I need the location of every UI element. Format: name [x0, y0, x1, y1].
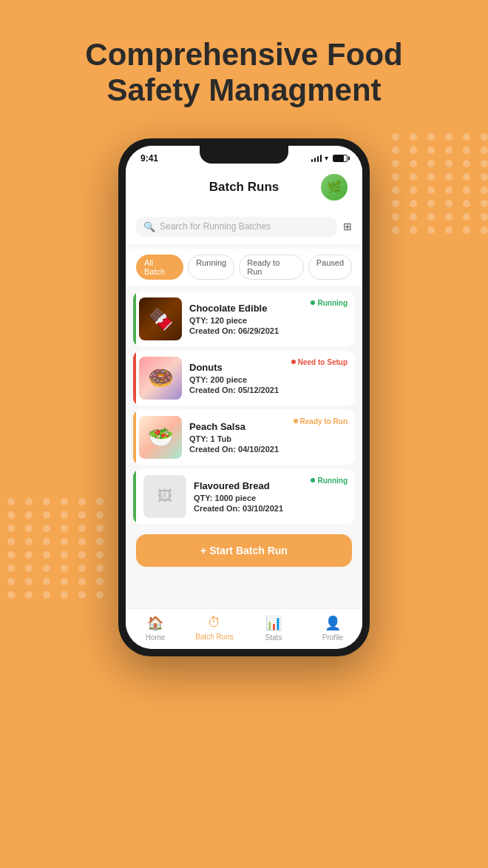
app-content[interactable]: 🔍 Search for Running Batches ⊞ All Batch…: [126, 209, 362, 608]
batch-item-donuts[interactable]: Donuts QTY: 200 piece Created On: 05/12/…: [133, 351, 355, 406]
batch-qty: QTY: 120 piece: [189, 316, 349, 325]
bottom-nav: 🏠 Home ⏱ Batch Runs 📊 Stats 👤 Profile: [126, 608, 362, 649]
status-dot: [294, 419, 298, 423]
status-icons: ▾: [311, 154, 348, 162]
batch-border: [133, 292, 136, 346]
nav-stats-label: Stats: [265, 633, 282, 642]
tab-paused[interactable]: Paused: [308, 255, 352, 280]
profile-icon: 👤: [325, 615, 341, 631]
search-box[interactable]: 🔍 Search for Running Batches: [136, 217, 337, 237]
batch-info: Peach Salsa QTY: 1 Tub Created On: 04/10…: [189, 421, 349, 454]
app-title: Batch Runs: [167, 180, 321, 195]
search-section: 🔍 Search for Running Batches ⊞: [126, 209, 362, 244]
nav-profile[interactable]: 👤 Profile: [303, 615, 362, 642]
batch-item-salsa[interactable]: Peach Salsa QTY: 1 Tub Created On: 04/10…: [133, 410, 355, 465]
home-icon: 🏠: [147, 615, 163, 631]
status-dot: [311, 478, 315, 482]
batch-qty: QTY: 1 Tub: [189, 434, 349, 443]
wifi-icon: ▾: [325, 154, 328, 162]
phone-screen: 9:41 ▾ Batch Runs 🌿: [126, 146, 362, 649]
signal-icon: [311, 155, 322, 162]
batch-status-running: Running: [311, 299, 348, 307]
tab-all-batch[interactable]: All Batch: [136, 255, 183, 280]
batch-qty: QTY: 200 piece: [189, 375, 349, 384]
nav-home[interactable]: 🏠 Home: [126, 615, 185, 642]
batch-status-ready-to-run: Ready to Run: [294, 417, 348, 425]
tab-running[interactable]: Running: [188, 255, 234, 280]
battery-icon: [333, 155, 348, 162]
batch-image-salsa: [139, 416, 182, 459]
nav-profile-label: Profile: [322, 633, 343, 642]
batch-date: Created On: 05/12/2021: [189, 386, 349, 394]
batch-info: Chocolate Edible QTY: 120 piece Created …: [189, 303, 349, 335]
hero-title: Comprehensive Food Safety Managment: [0, 0, 488, 131]
batch-info: Flavoured Bread QTY: 1000 piece Created …: [194, 480, 349, 513]
batch-list: Chocolate Edible QTY: 120 piece Created …: [126, 292, 362, 524]
batch-border: [133, 469, 136, 524]
status-time: 9:41: [140, 153, 158, 164]
search-icon: 🔍: [143, 221, 155, 232]
nav-home-label: Home: [146, 633, 166, 642]
status-dot: [311, 300, 315, 305]
filter-tabs: All Batch Running Ready to Run Paused: [126, 249, 362, 286]
batch-border: [133, 351, 136, 406]
app-header: Batch Runs 🌿: [126, 168, 362, 209]
batch-image-placeholder: 🖼: [143, 475, 186, 518]
status-dot: [291, 360, 296, 364]
header-avatar[interactable]: 🌿: [321, 174, 348, 201]
batch-image-chocolate: [139, 297, 182, 340]
batch-item-bread[interactable]: 🖼 Flavoured Bread QTY: 1000 piece Create…: [133, 469, 355, 524]
stats-icon: 📊: [265, 615, 282, 631]
batch-date: Created On: 03/10/2021: [194, 504, 349, 513]
batch-runs-icon: ⏱: [208, 615, 221, 630]
decorative-dots-right: [392, 133, 481, 355]
start-button-section: + Start Batch Run: [126, 524, 362, 574]
phone-notch: [200, 146, 288, 164]
decorative-dots-left: [7, 498, 96, 720]
nav-batch-runs[interactable]: ⏱ Batch Runs: [185, 615, 244, 642]
nav-stats[interactable]: 📊 Stats: [244, 615, 303, 642]
tab-ready-to-run[interactable]: Ready to Run: [239, 255, 303, 280]
nav-batch-runs-label: Batch Runs: [195, 633, 234, 641]
batch-qty: QTY: 1000 piece: [194, 494, 349, 502]
batch-date: Created On: 04/10/2021: [189, 445, 349, 454]
search-input[interactable]: Search for Running Batches: [160, 221, 271, 232]
batch-status-running-2: Running: [311, 477, 348, 485]
batch-date: Created On: 06/29/2021: [189, 326, 349, 335]
batch-item-chocolate[interactable]: Chocolate Edible QTY: 120 piece Created …: [133, 292, 355, 346]
batch-status-need-setup: Need to Setup: [291, 358, 348, 366]
batch-image-donut: [139, 357, 182, 400]
phone-frame: 9:41 ▾ Batch Runs 🌿: [118, 138, 370, 656]
batch-border: [133, 410, 136, 465]
filter-icon[interactable]: ⊞: [343, 221, 352, 232]
batch-info: Donuts QTY: 200 piece Created On: 05/12/…: [189, 362, 349, 394]
start-batch-run-button[interactable]: + Start Batch Run: [136, 534, 352, 567]
